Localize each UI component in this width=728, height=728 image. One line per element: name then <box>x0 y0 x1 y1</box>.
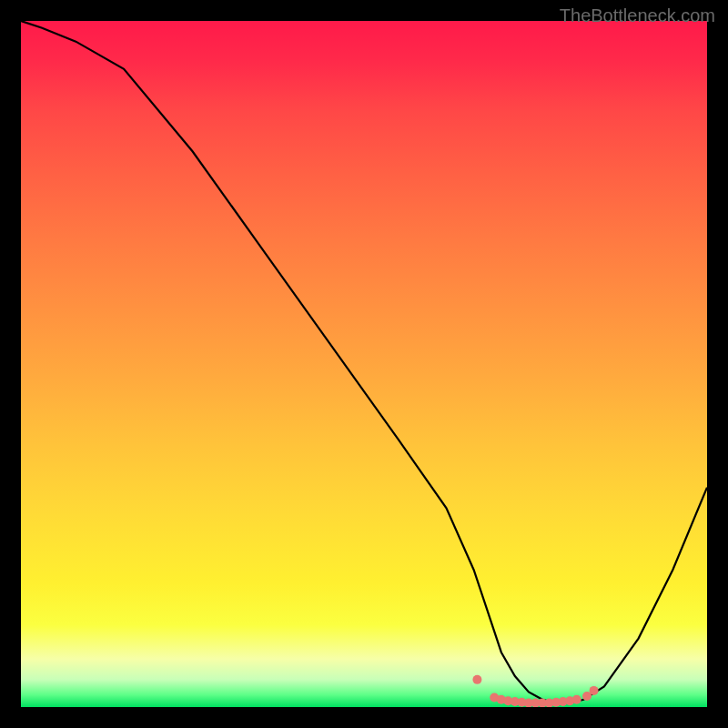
watermark-text: TheBottleneck.com <box>560 5 715 26</box>
marker-group <box>472 675 598 707</box>
marker-point <box>572 695 581 704</box>
curve-line <box>21 21 707 703</box>
chart-svg <box>21 21 707 707</box>
plot-area <box>21 21 707 707</box>
marker-point <box>472 675 481 684</box>
marker-point <box>590 686 599 695</box>
